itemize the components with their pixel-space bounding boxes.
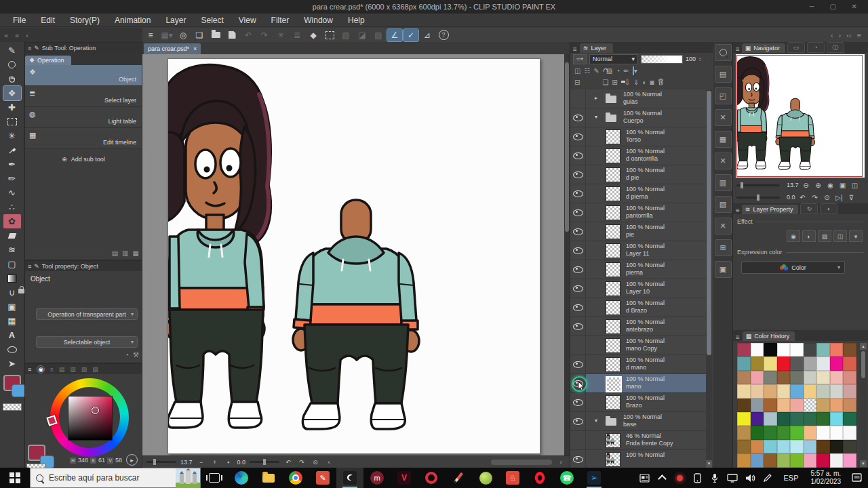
color-swatch[interactable] bbox=[751, 357, 764, 370]
color-swatch[interactable] bbox=[737, 440, 751, 453]
color-swatch[interactable] bbox=[751, 440, 764, 453]
airbrush-tool[interactable]: ∿ bbox=[3, 186, 21, 200]
nav-zoom-out-icon[interactable]: ⊖ bbox=[802, 181, 811, 190]
fill-icon[interactable]: ◆ bbox=[306, 29, 321, 41]
layer-thumbnail[interactable] bbox=[606, 243, 620, 258]
zoom-in-button[interactable]: + bbox=[210, 459, 220, 466]
tab-layer[interactable]: ≋ Layer bbox=[580, 43, 613, 53]
panel-menu-icon[interactable]: ≡ bbox=[736, 45, 740, 53]
transparent-part-dropdown[interactable]: Operation of transparent part▾ bbox=[36, 308, 138, 320]
deselect-icon[interactable]: ◪ bbox=[355, 29, 370, 41]
layer-row-layer-10[interactable]: 100 % NormalLayer 10 bbox=[570, 279, 706, 298]
lock-icon[interactable] bbox=[18, 289, 24, 293]
layer-row-guias[interactable]: ▸100 % Normalguias bbox=[570, 89, 706, 108]
layer-visibility-toggle[interactable] bbox=[570, 146, 586, 165]
menu-window[interactable]: Window bbox=[296, 14, 340, 27]
menu-storyp[interactable]: Story(P) bbox=[62, 14, 107, 27]
layer-row-d-oantorrilla[interactable]: 100 % Normald oantorrilla bbox=[570, 146, 706, 165]
zoom-100-button[interactable]: ▪ bbox=[224, 459, 233, 466]
color-swatch[interactable] bbox=[804, 371, 817, 384]
chrome-icon[interactable] bbox=[282, 468, 309, 488]
color-swatch[interactable] bbox=[764, 412, 777, 426]
tab-navigator[interactable]: ▣ Navigator bbox=[742, 43, 785, 53]
rotate-ccw-icon[interactable]: ↶ bbox=[283, 459, 293, 466]
vivaldi-icon[interactable]: V bbox=[391, 468, 418, 488]
fill-tool[interactable]: ▢ bbox=[3, 257, 21, 271]
subtool-item-light-table[interactable]: ◍Light table bbox=[25, 107, 142, 128]
layer-thumbnail[interactable] bbox=[606, 148, 620, 163]
color-swatch[interactable] bbox=[764, 384, 777, 398]
layer-visibility-toggle[interactable] bbox=[570, 393, 586, 411]
color-swatch[interactable] bbox=[777, 384, 791, 398]
saturation-value-square[interactable] bbox=[68, 396, 113, 441]
color-swatch[interactable] bbox=[790, 343, 804, 357]
subtool-panel-header[interactable]: ≡ ✎ Sub Tool: Operation bbox=[25, 43, 142, 53]
color-swatch[interactable] bbox=[751, 426, 764, 439]
layer-visibility-toggle[interactable] bbox=[570, 89, 586, 108]
color-swatch[interactable] bbox=[777, 412, 791, 426]
transparent-color-swatch[interactable] bbox=[3, 403, 22, 411]
color-panel-tabs[interactable]: ≡ ◉ c ▤ ▥ ▧ ▨ bbox=[25, 364, 142, 374]
color-swatch[interactable] bbox=[751, 384, 764, 398]
delete-layer-icon[interactable] bbox=[658, 78, 664, 87]
color-swatch[interactable] bbox=[843, 426, 856, 439]
chevron-down-icon[interactable]: ▾ bbox=[595, 114, 597, 120]
layer-row-d-mano[interactable]: 100 % Normald mano bbox=[570, 355, 706, 374]
clip-to-below-icon[interactable]: ◫ bbox=[574, 67, 580, 75]
color-swatch[interactable] bbox=[777, 426, 791, 439]
color-swatch[interactable] bbox=[764, 440, 777, 453]
snap-grid-icon[interactable]: ⊿ bbox=[420, 29, 435, 41]
color-swatch[interactable] bbox=[816, 453, 830, 467]
material-9-icon[interactable]: ⊞ bbox=[715, 239, 732, 256]
color-swatch[interactable] bbox=[777, 399, 791, 412]
color-swatch[interactable] bbox=[764, 357, 777, 370]
color-swatch[interactable] bbox=[816, 426, 830, 439]
opera-gx-icon[interactable] bbox=[418, 468, 445, 488]
palette-color-icon[interactable]: ▾ bbox=[633, 67, 637, 75]
navigator-view-rectangle[interactable] bbox=[736, 55, 863, 177]
selectable-object-dropdown[interactable]: Selectable object▾ bbox=[36, 336, 138, 348]
menu-view[interactable]: View bbox=[231, 14, 264, 27]
subtool-footer-icons[interactable]: ▤▥▦ bbox=[112, 249, 139, 257]
search-highlight-image[interactable] bbox=[176, 468, 200, 488]
layer-thumbnail[interactable] bbox=[606, 319, 620, 334]
chevron-up-icon[interactable] bbox=[653, 468, 671, 488]
menu-select[interactable]: Select bbox=[193, 14, 231, 27]
tool-property-footer-icons[interactable]: ◔⚒ bbox=[125, 351, 139, 359]
flow-tool[interactable]: ➤ bbox=[3, 357, 21, 371]
color-swatch[interactable] bbox=[790, 399, 804, 412]
layer-visibility-toggle[interactable] bbox=[570, 355, 586, 373]
medibang-icon[interactable]: ♘ bbox=[499, 468, 526, 488]
panel-menu-icon[interactable]: ≡ bbox=[736, 333, 740, 341]
combine-mode-button[interactable]: ▭▾ bbox=[573, 54, 587, 64]
blend-mode-dropdown[interactable]: Normal▾ bbox=[589, 54, 638, 64]
color-swatch[interactable] bbox=[737, 343, 751, 357]
layer-row-d-brazo[interactable]: 100 % Normald Brazo bbox=[570, 298, 706, 317]
layer-thumbnail[interactable] bbox=[606, 300, 620, 315]
menu-edit[interactable]: Edit bbox=[33, 14, 62, 27]
tab-information[interactable]: ⓘ bbox=[827, 42, 844, 53]
layer-visibility-toggle[interactable] bbox=[570, 298, 586, 317]
layer-row-base[interactable]: ▾100 % Normalbase bbox=[570, 412, 706, 431]
navigator-preview[interactable] bbox=[736, 54, 865, 178]
color-swatch[interactable] bbox=[737, 384, 751, 398]
pen-tool[interactable]: ✎ bbox=[3, 43, 21, 58]
layer-row-antebrazo[interactable]: 100 % Normalantebrazo bbox=[570, 317, 706, 336]
navigator-rotate-slider[interactable] bbox=[736, 197, 780, 199]
pencil-tool[interactable]: ✏ bbox=[3, 171, 21, 186]
pen-input-icon[interactable] bbox=[759, 468, 776, 488]
subtool-item-edit-timeline[interactable]: ▦Edit timeline bbox=[25, 128, 142, 149]
taskbar-clock[interactable]: 5:57 a. m. 1/02/2023 bbox=[806, 470, 847, 486]
material-5-icon[interactable]: ✕ bbox=[715, 152, 732, 169]
material-8-icon[interactable]: ✕ bbox=[715, 218, 732, 235]
layer-thumbnail[interactable] bbox=[606, 452, 620, 467]
color-swatch[interactable] bbox=[777, 371, 791, 384]
layer-row[interactable]: 100 % Normal bbox=[570, 450, 706, 468]
nav-zoom-100-icon[interactable]: ◉ bbox=[826, 181, 835, 190]
apply-mask-icon[interactable]: ◙ bbox=[650, 79, 654, 86]
paint-app-icon[interactable]: ✎ bbox=[309, 468, 336, 488]
layer-row-pie[interactable]: 100 % Normalpie bbox=[570, 222, 706, 241]
decoration-tool[interactable]: ✿ bbox=[3, 214, 21, 228]
color-history-scrollbar[interactable]: ▲ ▼ bbox=[860, 343, 867, 467]
color-swatch[interactable] bbox=[843, 357, 856, 370]
